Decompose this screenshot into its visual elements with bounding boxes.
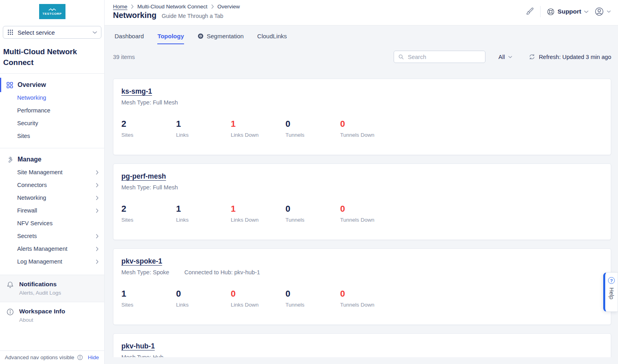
items-count: 39 items [113,54,135,60]
brand-logo: TESTCORP [0,4,104,19]
lifebuoy-icon [547,8,555,16]
logo-text: TESTCORP [42,12,61,16]
sidebar-item-firewall[interactable]: Firewall [0,204,104,217]
sidebar-item-networking[interactable]: Networking [0,91,104,104]
grid-dots-icon [7,29,14,35]
sidebar-footer: Advanced nav options visible Hide [0,350,104,364]
header-actions: Support [525,6,611,17]
chevron-right-icon [96,260,99,264]
logo-wings-icon [48,8,57,11]
stat-links-down: 1 Links Down [231,204,285,223]
breadcrumb-home[interactable]: Home [113,4,127,10]
tab-dashboard[interactable]: Dashboard [115,33,144,44]
chevron-right-icon [96,234,99,238]
spacer [0,268,104,275]
content-area: Dashboard Topology Segmentation CloudLin… [105,26,618,364]
filter-dropdown[interactable]: All [499,54,512,60]
select-service-dropdown[interactable]: Select service [3,26,101,39]
nav-header-overview[interactable]: Overview [0,79,104,91]
connected-hub: Connected to Hub: pkv-hub-1 [184,269,260,275]
hide-advanced-nav-link[interactable]: Hide [88,354,99,360]
sidebar-item-log-management[interactable]: Log Management [0,255,104,268]
paintbrush-icon[interactable] [525,7,534,16]
sidebar-notifications-block[interactable]: Notifications Alerts, Audit Logs [0,275,104,302]
filter-label: All [499,54,505,60]
chevron-down-icon [93,31,97,34]
topology-card: pkv-spoke-1 Mesh Type: Spoke Connected t… [113,248,611,325]
refresh-label: Refresh: Updated 3 min ago [539,54,611,60]
support-menu[interactable]: Support [547,8,588,16]
notifications-subtitle: Alerts, Audit Logs [19,290,61,296]
tab-topology[interactable]: Topology [157,33,184,44]
info-icon [6,308,14,316]
sidebar: TESTCORP Select service Multi-Cloud Netw… [0,0,105,364]
workspace-info-subtitle: About [19,317,65,323]
search-input[interactable] [407,53,481,61]
info-icon [77,354,83,360]
header-divider [540,6,541,17]
stat-links: 1 Links [176,119,231,138]
advanced-nav-label: Advanced nav options visible [5,354,74,360]
search-icon [398,54,404,60]
sidebar-item-alerts-management[interactable]: Alerts Management [0,242,104,255]
main-area: Home Multi-Cloud Network Connect Overvie… [105,0,618,364]
sidebar-item-connectors[interactable]: Connectors [0,179,104,191]
nav-group-title: Manage [18,156,42,163]
card-title-link[interactable]: pkv-spoke-1 [121,257,162,266]
tab-cloudlinks[interactable]: CloudLinks [257,33,287,44]
breadcrumb-overview[interactable]: Overview [218,4,240,10]
support-label: Support [558,8,581,15]
stat-tunnels: 0 Tunnels [285,204,340,223]
topology-card: ks-smg-1 Mesh Type: Full Mesh 2 Sites 1 … [113,79,611,155]
page-header: Home Multi-Cloud Network Connect Overvie… [105,0,618,26]
workspace-info-title: Workspace Info [19,308,65,315]
sidebar-item-networking-manage[interactable]: Networking [0,191,104,204]
search-box[interactable] [394,51,485,63]
help-label: Help [608,287,615,299]
sidebar-workspace-info-block[interactable]: Workspace Info About [0,302,104,329]
nav-header-manage[interactable]: Manage [0,153,104,166]
nav-group-title: Overview [18,81,46,89]
chevron-right-icon [96,209,99,213]
segmentation-target-icon [198,33,204,39]
card-meta: Mesh Type: Full Mesh [121,99,603,106]
page-title: Networking [113,11,156,20]
stat-links: 0 Links [176,289,231,308]
product-title: Multi-Cloud Network Connect [3,46,89,68]
stat-links-down: 0 Links Down [231,289,285,308]
stat-tunnels-down: 0 Tunnels Down [340,119,395,138]
topology-card-list: ks-smg-1 Mesh Type: Full Mesh 2 Sites 1 … [113,79,611,364]
sidebar-item-secrets[interactable]: Secrets [0,230,104,242]
tab-segmentation[interactable]: Segmentation [198,33,244,44]
mesh-type: Mesh Type: Full Mesh [121,184,178,191]
breadcrumb-product[interactable]: Multi-Cloud Network Connect [137,4,208,10]
mesh-type: Mesh Type: Full Mesh [121,99,178,106]
sidebar-item-performance[interactable]: Performance [0,104,104,117]
stat-tunnels: 0 Tunnels [285,119,340,138]
guide-me-link[interactable]: Guide Me Through a Tab [162,13,223,19]
help-question-icon: ? [608,277,615,284]
sidebar-item-site-management[interactable]: Site Management [0,166,104,179]
card-title-link[interactable]: ks-smg-1 [121,87,152,96]
card-title-link[interactable]: pkv-hub-1 [121,342,155,350]
chevron-right-icon [96,247,99,251]
refresh-icon [529,53,535,60]
card-stats: 2 Sites 1 Links 1 Links Down 0 Tunnels [121,119,603,138]
help-tab[interactable]: ? Help [603,272,618,312]
tab-bar: Dashboard Topology Segmentation CloudLin… [105,26,618,44]
sidebar-item-sites[interactable]: Sites [0,130,104,142]
chevron-down-icon [508,56,512,58]
card-meta: Mesh Type: Full Mesh [121,184,603,191]
card-stats: 2 Sites 1 Links 1 Links Down 0 Tunnels [121,204,603,223]
stat-sites: 2 Sites [121,119,176,138]
refresh-button[interactable]: Refresh: Updated 3 min ago [529,53,611,60]
user-menu[interactable] [594,7,611,16]
card-title-link[interactable]: pg-perf-mesh [121,172,166,181]
chevron-down-icon [607,10,611,13]
breadcrumb-separator-icon [211,4,214,9]
sidebar-item-nfv-services[interactable]: NFV Services [0,217,104,230]
stat-tunnels-down: 0 Tunnels Down [340,204,395,223]
chevron-right-icon [96,196,99,200]
user-avatar-icon [594,7,604,16]
sidebar-item-security[interactable]: Security [0,117,104,130]
